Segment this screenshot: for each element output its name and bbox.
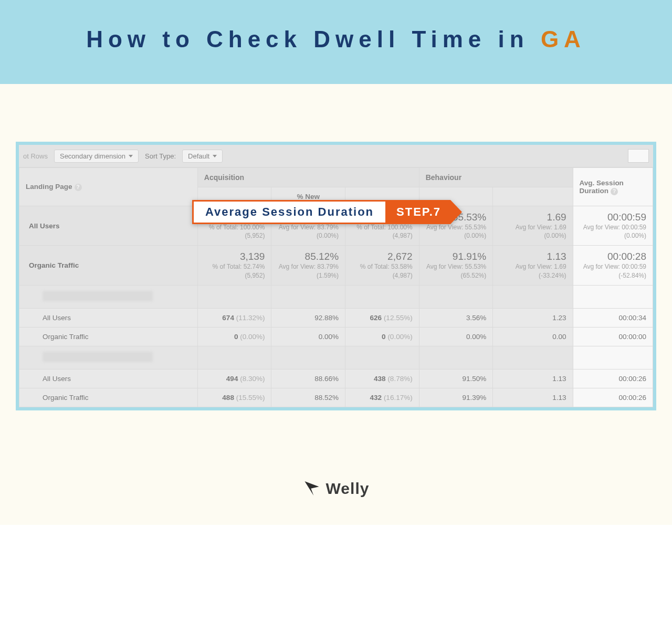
segment-subrow: Organic Traffic488 (15.55%)88.52%432 (16…: [19, 388, 653, 407]
segment-label: Organic Traffic: [19, 388, 198, 407]
metric-cell: 1.13: [493, 369, 573, 388]
col-avg-session-duration[interactable]: Avg. Session Duration?: [573, 168, 653, 206]
metric-cell: 674 (11.32%): [197, 308, 271, 327]
metric-cell: 00:00:59Avg for View: 00:00:59 (0.00%): [573, 206, 653, 246]
sort-type-dropdown[interactable]: Default: [182, 150, 223, 163]
metric-cell: 91.91%Avg for View: 55.53% (65.52%): [419, 246, 493, 285]
metric-cell: 626 (12.55%): [345, 308, 419, 327]
step-annotation: Average Session Duration STEP.7: [192, 200, 462, 224]
svg-marker-0: [304, 481, 319, 495]
segment-subrow: Organic Traffic0 (0.00%)0.00%0 (0.00%)0.…: [19, 327, 653, 346]
sort-type-value: Default: [188, 152, 209, 160]
segment-label: All Users: [19, 369, 198, 388]
secondary-dimension-label: Secondary dimension: [60, 152, 125, 160]
metric-cell: 494 (8.30%): [197, 369, 271, 388]
annotation-label: Average Session Duration: [192, 200, 387, 224]
metric-cell: 00:00:00: [573, 327, 653, 346]
title-suffix: GA: [541, 26, 586, 52]
segment-label: All Users: [19, 308, 198, 327]
secondary-dimension-dropdown[interactable]: Secondary dimension: [54, 150, 139, 163]
metric-cell: 92.88%: [271, 308, 345, 327]
search-input[interactable]: [628, 149, 649, 163]
ga-screenshot: Average Session Duration STEP.7 ot Rows …: [16, 142, 656, 410]
metric-cell: 85.12%Avg for View: 83.79% (1.59%): [271, 246, 345, 285]
caret-down-icon: [129, 155, 133, 157]
metric-cell: 00:00:34: [573, 308, 653, 327]
sort-type-label: Sort Type:: [145, 152, 176, 160]
metric-cell: 488 (15.55%): [197, 388, 271, 407]
page-title: How to Check Dwell Time in GA: [21, 26, 651, 52]
col-group-acquisition: Acquisition: [197, 168, 419, 187]
metric-cell: 1.13Avg for View: 1.69 (-33.24%): [493, 246, 573, 285]
help-icon[interactable]: ?: [75, 184, 82, 191]
metric-cell: 0 (0.00%): [345, 327, 419, 346]
title-banner: How to Check Dwell Time in GA: [0, 0, 672, 84]
metric-cell: 3,139% of Total: 52.74% (5,952): [197, 246, 271, 285]
col-group-behaviour: Behaviour: [419, 168, 573, 187]
metric-cell: 1.13: [493, 388, 573, 407]
redacted-page-row: [19, 285, 653, 308]
col-pages-session[interactable]: Pages/Session: [493, 187, 573, 206]
metric-cell: 1.69Avg for View: 1.69 (0.00%): [493, 206, 573, 246]
metric-cell: 3.56%: [419, 308, 493, 327]
annotation-arrow-icon: [450, 200, 462, 224]
segment-label: Organic Traffic: [19, 327, 198, 346]
footer: Welly: [0, 458, 672, 525]
metric-cell: 1.23: [493, 308, 573, 327]
title-prefix: How to Check Dwell Time in: [86, 26, 541, 52]
caret-down-icon: [213, 155, 217, 157]
help-icon[interactable]: ?: [611, 188, 618, 195]
metric-cell: 438 (8.78%): [345, 369, 419, 388]
metric-cell: 00:00:26: [573, 388, 653, 407]
content-canvas: Average Session Duration STEP.7 ot Rows …: [0, 84, 672, 458]
cut-label: ot Rows: [23, 152, 48, 160]
segment-label: All Users: [19, 206, 198, 246]
annotation-step: STEP.7: [387, 200, 450, 224]
summary-row: Organic Traffic3,139% of Total: 52.74% (…: [19, 246, 653, 285]
ga-toolbar: ot Rows Secondary dimension Sort Type: D…: [19, 145, 653, 167]
footer-brand: Welly: [326, 480, 370, 498]
metric-cell: 00:00:28Avg for View: 00:00:59 (-52.84%): [573, 246, 653, 285]
metric-cell: 91.50%: [419, 369, 493, 388]
metric-cell: 0.00%: [419, 327, 493, 346]
metric-cell: 88.66%: [271, 369, 345, 388]
redacted-page-row: [19, 346, 653, 369]
metric-cell: 00:00:26: [573, 369, 653, 388]
metric-cell: 0.00: [493, 327, 573, 346]
metric-cell: 0.00%: [271, 327, 345, 346]
metric-cell: 0 (0.00%): [197, 327, 271, 346]
metric-cell: 432 (16.17%): [345, 388, 419, 407]
welly-logo-icon: [303, 479, 321, 499]
metric-cell: 91.39%: [419, 388, 493, 407]
col-landing-page[interactable]: Landing Page?: [19, 168, 198, 206]
segment-subrow: All Users494 (8.30%)88.66%438 (8.78%)91.…: [19, 369, 653, 388]
metric-cell: 2,672% of Total: 53.58% (4,987): [345, 246, 419, 285]
metric-cell: 88.52%: [271, 388, 345, 407]
segment-subrow: All Users674 (11.32%)92.88%626 (12.55%)3…: [19, 308, 653, 327]
segment-label: Organic Traffic: [19, 246, 198, 285]
